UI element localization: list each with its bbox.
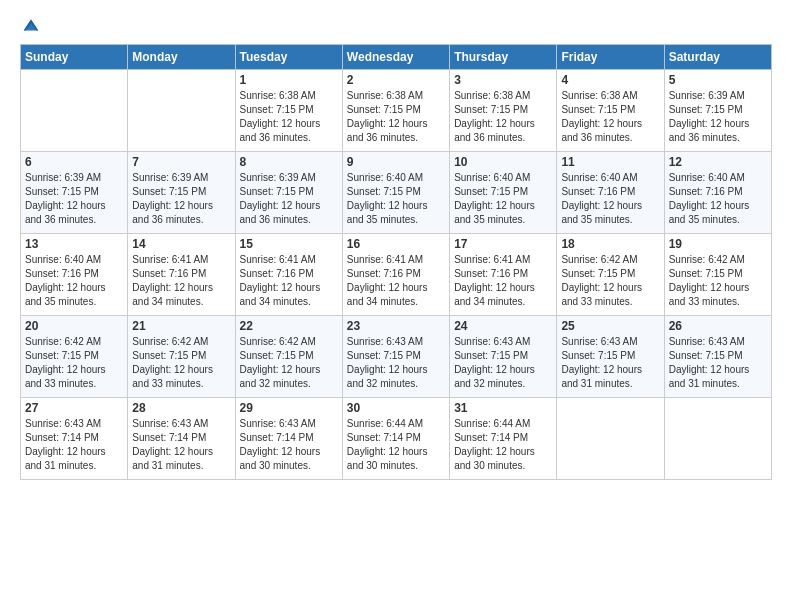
logo	[20, 16, 40, 34]
day-cell: 8Sunrise: 6:39 AM Sunset: 7:15 PM Daylig…	[235, 152, 342, 234]
day-info: Sunrise: 6:44 AM Sunset: 7:14 PM Dayligh…	[347, 417, 445, 473]
day-info: Sunrise: 6:42 AM Sunset: 7:15 PM Dayligh…	[669, 253, 767, 309]
day-number: 11	[561, 155, 659, 169]
day-cell	[128, 70, 235, 152]
day-cell: 21Sunrise: 6:42 AM Sunset: 7:15 PM Dayli…	[128, 316, 235, 398]
day-number: 25	[561, 319, 659, 333]
day-cell: 10Sunrise: 6:40 AM Sunset: 7:15 PM Dayli…	[450, 152, 557, 234]
day-number: 27	[25, 401, 123, 415]
calendar-table: SundayMondayTuesdayWednesdayThursdayFrid…	[20, 44, 772, 480]
day-info: Sunrise: 6:42 AM Sunset: 7:15 PM Dayligh…	[240, 335, 338, 391]
day-cell: 29Sunrise: 6:43 AM Sunset: 7:14 PM Dayli…	[235, 398, 342, 480]
day-header-friday: Friday	[557, 45, 664, 70]
day-info: Sunrise: 6:39 AM Sunset: 7:15 PM Dayligh…	[669, 89, 767, 145]
day-header-tuesday: Tuesday	[235, 45, 342, 70]
day-number: 5	[669, 73, 767, 87]
day-number: 23	[347, 319, 445, 333]
day-cell: 25Sunrise: 6:43 AM Sunset: 7:15 PM Dayli…	[557, 316, 664, 398]
day-number: 20	[25, 319, 123, 333]
day-number: 1	[240, 73, 338, 87]
day-info: Sunrise: 6:39 AM Sunset: 7:15 PM Dayligh…	[25, 171, 123, 227]
day-cell: 19Sunrise: 6:42 AM Sunset: 7:15 PM Dayli…	[664, 234, 771, 316]
day-number: 28	[132, 401, 230, 415]
day-info: Sunrise: 6:40 AM Sunset: 7:16 PM Dayligh…	[561, 171, 659, 227]
day-info: Sunrise: 6:41 AM Sunset: 7:16 PM Dayligh…	[240, 253, 338, 309]
day-header-wednesday: Wednesday	[342, 45, 449, 70]
day-number: 9	[347, 155, 445, 169]
day-number: 22	[240, 319, 338, 333]
day-number: 24	[454, 319, 552, 333]
day-info: Sunrise: 6:38 AM Sunset: 7:15 PM Dayligh…	[240, 89, 338, 145]
day-header-monday: Monday	[128, 45, 235, 70]
day-info: Sunrise: 6:40 AM Sunset: 7:16 PM Dayligh…	[669, 171, 767, 227]
day-header-thursday: Thursday	[450, 45, 557, 70]
day-info: Sunrise: 6:42 AM Sunset: 7:15 PM Dayligh…	[132, 335, 230, 391]
day-info: Sunrise: 6:41 AM Sunset: 7:16 PM Dayligh…	[454, 253, 552, 309]
day-number: 14	[132, 237, 230, 251]
day-number: 17	[454, 237, 552, 251]
day-number: 29	[240, 401, 338, 415]
week-row-3: 13Sunrise: 6:40 AM Sunset: 7:16 PM Dayli…	[21, 234, 772, 316]
day-cell: 22Sunrise: 6:42 AM Sunset: 7:15 PM Dayli…	[235, 316, 342, 398]
header	[20, 16, 772, 34]
day-cell: 2Sunrise: 6:38 AM Sunset: 7:15 PM Daylig…	[342, 70, 449, 152]
day-number: 16	[347, 237, 445, 251]
day-info: Sunrise: 6:39 AM Sunset: 7:15 PM Dayligh…	[132, 171, 230, 227]
day-number: 19	[669, 237, 767, 251]
day-info: Sunrise: 6:40 AM Sunset: 7:15 PM Dayligh…	[454, 171, 552, 227]
day-cell: 17Sunrise: 6:41 AM Sunset: 7:16 PM Dayli…	[450, 234, 557, 316]
day-number: 10	[454, 155, 552, 169]
week-row-4: 20Sunrise: 6:42 AM Sunset: 7:15 PM Dayli…	[21, 316, 772, 398]
day-cell: 27Sunrise: 6:43 AM Sunset: 7:14 PM Dayli…	[21, 398, 128, 480]
day-cell: 15Sunrise: 6:41 AM Sunset: 7:16 PM Dayli…	[235, 234, 342, 316]
day-cell: 5Sunrise: 6:39 AM Sunset: 7:15 PM Daylig…	[664, 70, 771, 152]
day-info: Sunrise: 6:43 AM Sunset: 7:15 PM Dayligh…	[561, 335, 659, 391]
day-cell: 16Sunrise: 6:41 AM Sunset: 7:16 PM Dayli…	[342, 234, 449, 316]
day-info: Sunrise: 6:41 AM Sunset: 7:16 PM Dayligh…	[347, 253, 445, 309]
day-cell: 11Sunrise: 6:40 AM Sunset: 7:16 PM Dayli…	[557, 152, 664, 234]
day-info: Sunrise: 6:44 AM Sunset: 7:14 PM Dayligh…	[454, 417, 552, 473]
week-row-5: 27Sunrise: 6:43 AM Sunset: 7:14 PM Dayli…	[21, 398, 772, 480]
day-number: 7	[132, 155, 230, 169]
day-number: 12	[669, 155, 767, 169]
day-cell	[664, 398, 771, 480]
day-number: 21	[132, 319, 230, 333]
page: SundayMondayTuesdayWednesdayThursdayFrid…	[0, 0, 792, 612]
day-info: Sunrise: 6:39 AM Sunset: 7:15 PM Dayligh…	[240, 171, 338, 227]
day-cell: 4Sunrise: 6:38 AM Sunset: 7:15 PM Daylig…	[557, 70, 664, 152]
day-number: 18	[561, 237, 659, 251]
day-cell: 23Sunrise: 6:43 AM Sunset: 7:15 PM Dayli…	[342, 316, 449, 398]
logo-icon	[22, 16, 40, 34]
day-info: Sunrise: 6:43 AM Sunset: 7:14 PM Dayligh…	[240, 417, 338, 473]
day-cell: 12Sunrise: 6:40 AM Sunset: 7:16 PM Dayli…	[664, 152, 771, 234]
day-number: 2	[347, 73, 445, 87]
day-number: 3	[454, 73, 552, 87]
day-number: 30	[347, 401, 445, 415]
day-info: Sunrise: 6:38 AM Sunset: 7:15 PM Dayligh…	[561, 89, 659, 145]
day-info: Sunrise: 6:42 AM Sunset: 7:15 PM Dayligh…	[25, 335, 123, 391]
day-cell: 1Sunrise: 6:38 AM Sunset: 7:15 PM Daylig…	[235, 70, 342, 152]
day-number: 26	[669, 319, 767, 333]
day-cell: 26Sunrise: 6:43 AM Sunset: 7:15 PM Dayli…	[664, 316, 771, 398]
day-number: 15	[240, 237, 338, 251]
day-cell: 13Sunrise: 6:40 AM Sunset: 7:16 PM Dayli…	[21, 234, 128, 316]
day-info: Sunrise: 6:43 AM Sunset: 7:14 PM Dayligh…	[132, 417, 230, 473]
day-cell: 28Sunrise: 6:43 AM Sunset: 7:14 PM Dayli…	[128, 398, 235, 480]
day-header-sunday: Sunday	[21, 45, 128, 70]
day-cell: 14Sunrise: 6:41 AM Sunset: 7:16 PM Dayli…	[128, 234, 235, 316]
day-number: 8	[240, 155, 338, 169]
week-row-1: 1Sunrise: 6:38 AM Sunset: 7:15 PM Daylig…	[21, 70, 772, 152]
day-number: 4	[561, 73, 659, 87]
day-cell: 18Sunrise: 6:42 AM Sunset: 7:15 PM Dayli…	[557, 234, 664, 316]
day-cell: 20Sunrise: 6:42 AM Sunset: 7:15 PM Dayli…	[21, 316, 128, 398]
day-cell: 9Sunrise: 6:40 AM Sunset: 7:15 PM Daylig…	[342, 152, 449, 234]
day-cell	[21, 70, 128, 152]
day-cell: 24Sunrise: 6:43 AM Sunset: 7:15 PM Dayli…	[450, 316, 557, 398]
day-info: Sunrise: 6:38 AM Sunset: 7:15 PM Dayligh…	[454, 89, 552, 145]
day-info: Sunrise: 6:43 AM Sunset: 7:15 PM Dayligh…	[669, 335, 767, 391]
day-info: Sunrise: 6:42 AM Sunset: 7:15 PM Dayligh…	[561, 253, 659, 309]
day-cell: 31Sunrise: 6:44 AM Sunset: 7:14 PM Dayli…	[450, 398, 557, 480]
day-info: Sunrise: 6:38 AM Sunset: 7:15 PM Dayligh…	[347, 89, 445, 145]
day-info: Sunrise: 6:43 AM Sunset: 7:15 PM Dayligh…	[454, 335, 552, 391]
day-info: Sunrise: 6:40 AM Sunset: 7:15 PM Dayligh…	[347, 171, 445, 227]
